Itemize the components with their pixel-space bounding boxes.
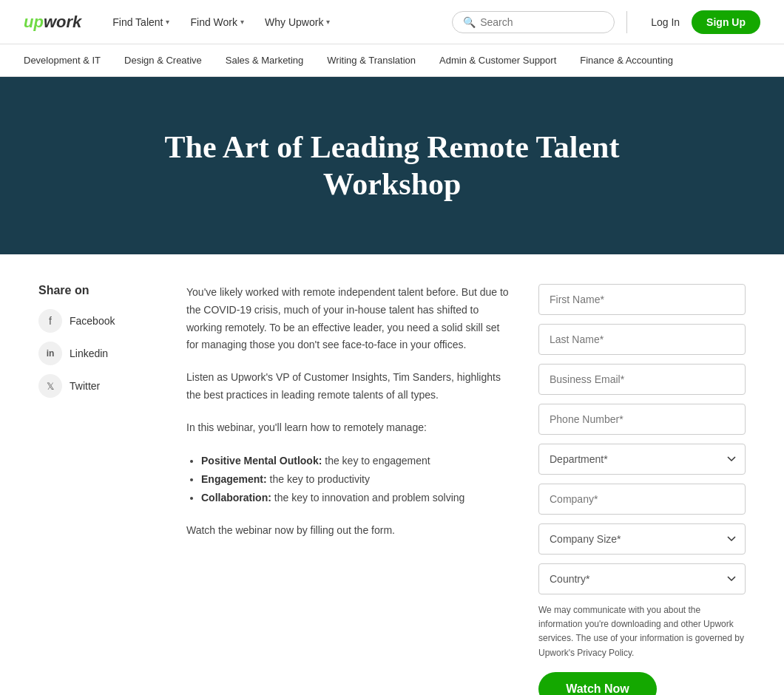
chevron-down-icon: ▾ — [240, 18, 244, 26]
watch-now-button[interactable]: Watch Now — [538, 672, 657, 695]
sub-nav-finance[interactable]: Finance & Accounting — [580, 55, 673, 66]
header: upwork Find Talent ▾ Find Work ▾ Why Upw… — [0, 0, 784, 44]
sub-nav: Development & IT Design & Creative Sales… — [0, 44, 784, 77]
content-cta: Watch the webinar now by filling out the… — [186, 522, 509, 540]
sub-nav-development[interactable]: Development & IT — [24, 55, 101, 66]
search-bar: 🔍 — [452, 11, 615, 33]
country-select[interactable]: Country* — [538, 563, 746, 594]
hero-section: The Art of Leading Remote Talent Worksho… — [0, 77, 784, 254]
twitter-icon: 𝕏 — [38, 374, 62, 398]
nav-why-upwork[interactable]: Why Upwork ▾ — [257, 10, 337, 34]
email-input[interactable] — [538, 364, 746, 395]
search-input[interactable] — [480, 16, 604, 28]
company-input[interactable] — [538, 484, 746, 515]
email-field — [538, 364, 746, 395]
bullet-3-text: the key to innovation and problem solvin… — [271, 492, 465, 504]
bullet-1-text: the key to engagement — [322, 455, 430, 467]
share-label: Share on — [38, 284, 157, 297]
share-twitter[interactable]: 𝕏 Twitter — [38, 374, 157, 398]
registration-form: Department* Company Size* Country* We ma… — [538, 284, 746, 695]
login-button[interactable]: Log In — [639, 10, 692, 34]
logo-text: upwork — [24, 13, 81, 32]
bullet-2: Engagement: the key to productivity — [201, 470, 509, 489]
facebook-icon: f — [38, 309, 62, 333]
twitter-label: Twitter — [70, 380, 100, 392]
company-size-select[interactable]: Company Size* — [538, 523, 746, 555]
sub-nav-writing[interactable]: Writing & Translation — [327, 55, 416, 66]
content-learn-intro: In this webinar, you'll learn how to rem… — [186, 419, 509, 437]
department-field: Department* — [538, 444, 746, 475]
company-size-field: Company Size* — [538, 523, 746, 555]
content-speaker: Listen as Upwork's VP of Customer Insigh… — [186, 369, 509, 404]
linkedin-label: Linkedin — [70, 348, 108, 359]
sub-nav-admin[interactable]: Admin & Customer Support — [439, 55, 556, 66]
phone-input[interactable] — [538, 404, 746, 435]
header-divider — [626, 11, 627, 33]
logo[interactable]: upwork — [24, 13, 81, 32]
signup-button[interactable]: Sign Up — [692, 10, 760, 34]
bullet-3-bold: Collaboration: — [201, 492, 271, 504]
sub-nav-design[interactable]: Design & Creative — [124, 55, 202, 66]
chevron-down-icon: ▾ — [166, 18, 169, 26]
content-section: You've likely worked with remote indepen… — [186, 284, 509, 695]
main-content: Share on f Facebook in Linkedin 𝕏 Twitte… — [15, 254, 769, 695]
first-name-field — [538, 284, 746, 315]
share-facebook[interactable]: f Facebook — [38, 309, 157, 333]
facebook-label: Facebook — [70, 315, 115, 327]
phone-field — [538, 404, 746, 435]
bullet-1: Positive Mental Outlook: the key to enga… — [201, 452, 509, 470]
nav-find-work[interactable]: Find Work ▾ — [183, 10, 251, 34]
nav-find-talent[interactable]: Find Talent ▾ — [105, 10, 177, 34]
last-name-field — [538, 324, 746, 355]
country-field: Country* — [538, 563, 746, 594]
last-name-input[interactable] — [538, 324, 746, 355]
bullet-3: Collaboration: the key to innovation and… — [201, 489, 509, 507]
bullet-2-bold: Engagement: — [201, 473, 267, 485]
chevron-down-icon: ▾ — [326, 18, 330, 26]
linkedin-icon: in — [38, 342, 62, 365]
first-name-input[interactable] — [538, 284, 746, 315]
hero-title: The Art of Leading Remote Talent Worksho… — [133, 129, 651, 203]
department-select[interactable]: Department* — [538, 444, 746, 475]
content-intro: You've likely worked with remote indepen… — [186, 284, 509, 354]
privacy-text: We may communicate with you about the in… — [538, 603, 746, 660]
bullet-1-bold: Positive Mental Outlook: — [201, 455, 322, 467]
content-bullets: Positive Mental Outlook: the key to enga… — [201, 452, 509, 508]
company-field — [538, 484, 746, 515]
main-nav: Find Talent ▾ Find Work ▾ Why Upwork ▾ — [105, 10, 452, 34]
sub-nav-sales[interactable]: Sales & Marketing — [226, 55, 304, 66]
search-icon: 🔍 — [463, 16, 476, 28]
bullet-2-text: the key to productivity — [267, 473, 370, 485]
share-sidebar: Share on f Facebook in Linkedin 𝕏 Twitte… — [38, 284, 157, 695]
share-linkedin[interactable]: in Linkedin — [38, 342, 157, 365]
